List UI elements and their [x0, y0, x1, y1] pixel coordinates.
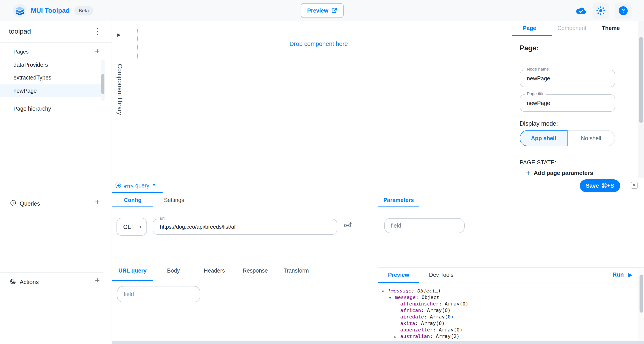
preview-button[interactable]: Preview [301, 3, 344, 18]
divider [0, 272, 103, 273]
theme-toggle-button[interactable] [592, 3, 609, 19]
toolpad-app: MUI Toolpad Beta Preview [0, 0, 644, 344]
drop-zone-label: Drop component here [289, 41, 348, 48]
drop-zone[interactable]: Drop component here [137, 29, 500, 59]
tab-body[interactable]: Body [153, 267, 194, 274]
query-config-column: Config Settings GET ▼ url [112, 193, 378, 344]
close-query-editor-button[interactable]: × [631, 182, 638, 189]
tab-theme[interactable]: Theme [602, 25, 620, 31]
parameter-field [384, 218, 465, 233]
active-tab-indicator [512, 35, 552, 36]
queries-section-label: Queries [20, 200, 40, 207]
add-page-parameters-label: Add page parameters [534, 169, 593, 177]
tab-dev-tools[interactable]: Dev Tools [419, 272, 464, 281]
response-preview-json: ▼{message: Object…} ▼message: Object aff… [378, 282, 638, 344]
inspector-scrollbar[interactable] [638, 21, 644, 178]
tab-parameters[interactable]: Parameters [378, 197, 419, 206]
tab-page[interactable]: Page [523, 25, 536, 31]
node-name-field: Node name [520, 70, 615, 87]
json-row: african: Array(0) [394, 307, 450, 313]
json-row: ▼{message: Object…} [382, 288, 441, 294]
actions-icon [10, 278, 16, 286]
url-input[interactable] [160, 219, 318, 234]
queries-icon [10, 200, 16, 207]
parameter-field-input[interactable] [384, 219, 464, 233]
component-library-label: Component library [116, 64, 123, 115]
tab-headers[interactable]: Headers [194, 267, 235, 274]
display-mode-label: Display mode: [520, 120, 558, 127]
active-parameters-tab-indicator [378, 207, 419, 207]
divider [0, 194, 103, 194]
project-name: toolpad [9, 28, 31, 35]
page-canvas: Drop component here [128, 21, 512, 178]
http-method-select[interactable]: GET ▼ [116, 218, 147, 236]
query-kind-label: HTTP [124, 185, 133, 188]
tab-config[interactable]: Config [112, 197, 154, 206]
app-header: MUI Toolpad Beta Preview [0, 0, 644, 21]
preview-scrollbar[interactable] [638, 269, 644, 344]
actions-section-header: Actions + [0, 273, 112, 290]
sun-icon [596, 6, 605, 15]
json-row: ▶australian: Array(2) [394, 333, 460, 339]
config-tabs: Config Settings [112, 193, 378, 207]
bind-url-link-icon[interactable] [344, 222, 352, 230]
json-row: airedale: Array(0) [394, 313, 454, 320]
sidebar-item-newPage[interactable]: newPage [0, 84, 101, 97]
no-shell-toggle[interactable]: No shell [568, 130, 616, 146]
url-query-field [117, 286, 200, 302]
page-state-label: PAGE STATE: [520, 159, 556, 166]
divider [527, 155, 608, 155]
add-query-button[interactable]: + [95, 197, 100, 207]
sidebar-item-extractedTypes[interactable]: extractedTypes [0, 71, 101, 84]
query-editor-header: HTTP query ● Save ⌘+S × [112, 178, 644, 193]
active-request-tab-indicator [112, 280, 153, 281]
help-button[interactable]: ? [615, 3, 632, 19]
inspector-scrollbar-thumb[interactable] [639, 37, 643, 123]
collapse-arrow-icon[interactable]: ▼ [389, 295, 395, 301]
tab-component[interactable]: Component [558, 25, 586, 31]
collapse-arrow-icon[interactable]: ▼ [382, 288, 388, 295]
save-button[interactable]: Save ⌘+S [580, 180, 620, 192]
component-library-panel[interactable]: ▶ Component library [112, 21, 128, 178]
url-query-field-input[interactable] [118, 286, 200, 302]
sidebar-item-dataProviders[interactable]: dataProviders [0, 58, 101, 71]
inspector-tabs: Page Component Theme [512, 21, 638, 36]
tab-preview[interactable]: Preview [378, 272, 419, 281]
preview-button-label: Preview [307, 8, 328, 14]
json-row: ▼message: Object [389, 294, 440, 300]
project-menu-kebab-icon[interactable]: ⋮ [94, 25, 102, 37]
brand: MUI Toolpad Beta [13, 0, 93, 21]
url-field: url [153, 219, 337, 235]
pages-scrollbar-thumb[interactable] [101, 74, 104, 94]
pages-section-label: Pages [14, 49, 28, 55]
add-page-parameters-button[interactable]: + Add page parameters [526, 169, 593, 177]
sidebar-item-page-hierarchy[interactable]: Page hierarchy [0, 102, 101, 115]
json-row: appenzeller: Array(0) [394, 326, 462, 333]
tab-settings[interactable]: Settings [154, 197, 195, 206]
request-tabs: URL query Body Headers Response Transfor… [112, 261, 378, 281]
query-tab[interactable]: HTTP query ● [112, 178, 162, 193]
expand-library-icon[interactable]: ▶ [117, 32, 120, 37]
expand-arrow-icon[interactable]: ▶ [394, 334, 400, 340]
tab-url-query[interactable]: URL query [112, 267, 153, 274]
page-heading: Page: [520, 44, 538, 52]
query-parameters-column: Parameters Preview Dev Tools Run ▶ ▼{mes… [378, 193, 644, 344]
queries-section-header: Queries + [0, 195, 112, 212]
preview-scrollbar-thumb[interactable] [640, 275, 643, 313]
node-name-input[interactable] [527, 70, 608, 87]
json-row: affenpinscher: Array(0) [394, 300, 468, 307]
run-button[interactable]: Run ▶ [612, 271, 632, 278]
tab-response[interactable]: Response [235, 267, 276, 274]
pages-scrollbar[interactable] [101, 59, 105, 101]
svg-text:?: ? [622, 8, 625, 14]
run-label: Run [612, 271, 624, 278]
page-title-input[interactable] [527, 95, 608, 111]
save-shortcut: ⌘+S [602, 183, 614, 189]
plus-icon: + [526, 169, 530, 177]
tab-transform[interactable]: Transform [276, 267, 317, 274]
add-page-button[interactable]: + [95, 46, 100, 56]
app-shell-toggle[interactable]: App shell [520, 130, 568, 146]
inspector-panel: Page Component Theme Page: Node name Pag… [512, 21, 638, 178]
add-action-button[interactable]: + [95, 275, 100, 285]
unsaved-dot-icon: ● [153, 182, 155, 187]
